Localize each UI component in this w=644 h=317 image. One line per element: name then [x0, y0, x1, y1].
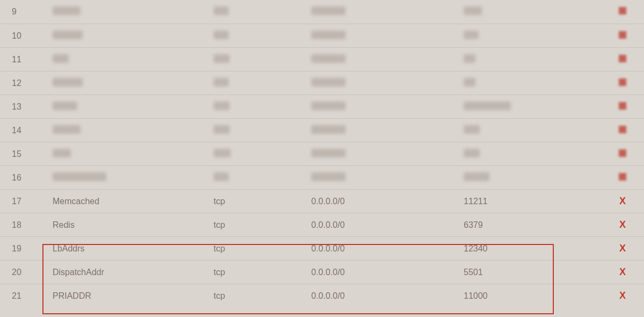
redacted-text	[464, 54, 475, 63]
redacted-text	[464, 78, 475, 87]
redacted-text	[53, 78, 83, 87]
redacted-text	[214, 54, 230, 63]
table-row: 21PRIADDRtcp0.0.0.0/011000X	[0, 284, 644, 307]
redacted-text	[214, 31, 229, 39]
rule-cidr	[311, 172, 464, 183]
action-cell: X	[601, 266, 644, 278]
redacted-text	[311, 78, 346, 87]
rule-port	[464, 78, 601, 89]
rule-port: 12340	[464, 244, 601, 254]
rule-port	[464, 6, 601, 17]
row-number: 14	[0, 126, 53, 135]
rule-cidr: 0.0.0.0/0	[311, 244, 464, 254]
action-cell: X	[601, 290, 644, 301]
rule-cidr	[311, 54, 464, 65]
delete-icon[interactable]	[619, 55, 626, 62]
row-number: 16	[0, 173, 53, 183]
rule-protocol	[214, 31, 311, 41]
action-cell	[601, 31, 644, 41]
table-row: 15	[0, 142, 644, 165]
delete-icon[interactable]	[619, 173, 626, 181]
rule-port: 11211	[464, 197, 601, 206]
row-number: 20	[0, 268, 53, 277]
rule-port	[464, 149, 601, 160]
table-row: 10	[0, 24, 644, 47]
action-cell	[601, 126, 644, 135]
rule-cidr	[311, 78, 464, 89]
action-cell	[601, 78, 644, 88]
rule-cidr: 0.0.0.0/0	[311, 268, 464, 277]
rule-name: Redis	[53, 220, 214, 230]
rule-name	[53, 172, 214, 183]
redacted-text	[464, 149, 480, 157]
rule-port	[464, 54, 601, 65]
redacted-text	[214, 125, 230, 134]
delete-icon[interactable]	[619, 149, 626, 157]
redacted-text	[53, 125, 80, 134]
rule-name	[53, 31, 214, 41]
table-row: 19LbAddrstcp0.0.0.0/012340X	[0, 236, 644, 260]
rule-protocol: tcp	[214, 197, 311, 206]
rule-protocol: tcp	[214, 220, 311, 230]
row-number: 15	[0, 149, 53, 159]
rule-cidr: 0.0.0.0/0	[311, 197, 464, 206]
action-cell: X	[601, 219, 644, 230]
rule-protocol	[214, 172, 311, 183]
rule-protocol	[214, 149, 311, 160]
rule-protocol	[214, 125, 311, 136]
rules-table-wrap: 91011121314151617Memcachedtcp0.0.0.0/011…	[0, 0, 644, 307]
rule-port: 6379	[464, 220, 601, 230]
redacted-text	[214, 149, 231, 157]
table-row: 20DispatchAddrtcp0.0.0.0/05501X	[0, 260, 644, 284]
redacted-text	[53, 54, 69, 63]
delete-button[interactable]: X	[619, 243, 626, 254]
rule-protocol	[214, 54, 311, 65]
table-row: 18Redistcp0.0.0.0/06379X	[0, 213, 644, 236]
redacted-text	[214, 102, 230, 110]
delete-icon[interactable]	[619, 102, 626, 110]
redacted-text	[464, 6, 482, 15]
rule-cidr: 0.0.0.0/0	[311, 220, 464, 230]
rule-protocol: tcp	[214, 291, 311, 301]
rule-name	[53, 6, 214, 17]
rules-table: 91011121314151617Memcachedtcp0.0.0.0/011…	[0, 0, 644, 307]
redacted-text	[311, 125, 346, 134]
rule-port: 11000	[464, 291, 601, 301]
row-number: 10	[0, 31, 53, 41]
redacted-text	[311, 6, 346, 15]
action-cell	[601, 149, 644, 159]
rule-cidr	[311, 31, 464, 41]
redacted-text	[53, 31, 83, 39]
redacted-text	[464, 125, 480, 134]
redacted-text	[214, 172, 229, 181]
action-cell: X	[601, 196, 644, 207]
delete-icon[interactable]	[619, 31, 626, 39]
rule-protocol	[214, 102, 311, 112]
redacted-text	[53, 172, 106, 181]
row-number: 17	[0, 197, 53, 206]
rule-cidr	[311, 102, 464, 112]
delete-button[interactable]: X	[619, 266, 626, 277]
rule-port	[464, 125, 601, 136]
rule-protocol: tcp	[214, 244, 311, 254]
rule-cidr	[311, 125, 464, 136]
delete-icon[interactable]	[619, 78, 626, 86]
table-row: 12	[0, 71, 644, 95]
redacted-text	[311, 149, 346, 157]
delete-icon[interactable]	[619, 7, 626, 15]
rule-port	[464, 31, 601, 41]
redacted-text	[464, 31, 479, 39]
table-row: 17Memcachedtcp0.0.0.0/011211X	[0, 189, 644, 213]
redacted-text	[53, 149, 71, 157]
delete-button[interactable]: X	[619, 196, 626, 206]
delete-button[interactable]: X	[619, 290, 626, 301]
redacted-text	[464, 102, 511, 110]
rule-port	[464, 102, 601, 112]
rule-cidr: 0.0.0.0/0	[311, 291, 464, 301]
delete-button[interactable]: X	[619, 219, 626, 230]
redacted-text	[53, 102, 77, 110]
rule-name	[53, 149, 214, 160]
delete-icon[interactable]	[619, 126, 626, 133]
rule-name: PRIADDR	[53, 291, 214, 301]
rule-port	[464, 172, 601, 183]
